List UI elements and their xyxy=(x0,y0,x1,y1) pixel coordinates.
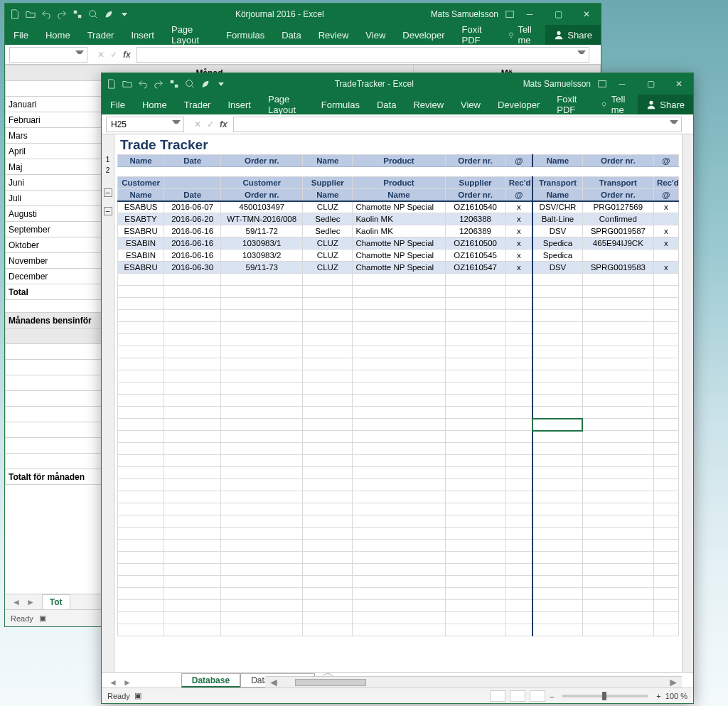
table-cell[interactable]: Chamotte NP Special xyxy=(353,201,445,213)
table-cell[interactable] xyxy=(653,250,678,262)
new-file-icon[interactable] xyxy=(9,9,21,20)
table-cell[interactable]: SPRG0019583 xyxy=(582,262,653,274)
table-cell[interactable]: SPRG0019587 xyxy=(582,225,653,237)
table-cell[interactable]: 2016-06-20 xyxy=(164,213,221,225)
table-cell[interactable]: ESABRU xyxy=(118,225,164,237)
table-cell[interactable]: 2016-06-16 xyxy=(164,237,221,250)
sheet-tab-database[interactable]: Database xyxy=(181,673,240,688)
pivot-icon[interactable] xyxy=(72,9,83,20)
table-cell[interactable]: x xyxy=(653,225,678,237)
view-pagebreak-button[interactable] xyxy=(530,690,545,702)
chevron-down-icon[interactable] xyxy=(172,120,181,129)
open-file-icon[interactable] xyxy=(122,78,133,90)
table-cell[interactable]: ESABUS xyxy=(118,201,164,213)
table-cell[interactable]: OZ1610547 xyxy=(445,262,505,274)
tab-formulas[interactable]: Formulas xyxy=(313,95,368,114)
undo-icon[interactable] xyxy=(137,78,149,90)
table-cell[interactable]: ESABRU xyxy=(118,262,164,274)
table-cell[interactable] xyxy=(653,213,678,225)
zoom-level[interactable]: 100 % xyxy=(665,692,687,700)
tab-developer[interactable]: Developer xyxy=(394,25,453,45)
table-row[interactable]: ESABTY2016-06-20WT-TMN-2016/008SedlecKao… xyxy=(118,213,679,225)
table-cell[interactable]: CLUZ xyxy=(303,262,353,274)
tab-formulas[interactable]: Formulas xyxy=(218,25,273,45)
minimize-button[interactable]: ─ xyxy=(608,73,636,95)
tab-file[interactable]: File xyxy=(102,95,134,114)
selected-cell[interactable] xyxy=(532,419,582,431)
tab-data[interactable]: Data xyxy=(273,25,309,45)
table-cell[interactable]: WT-TMN-2016/008 xyxy=(221,213,303,225)
redo-icon[interactable] xyxy=(56,9,68,20)
minimize-button[interactable]: ─ xyxy=(515,4,544,25)
macro-rec-icon[interactable]: ▣ xyxy=(134,691,141,700)
table-cell[interactable]: 465E94IJ9CK xyxy=(582,237,653,250)
view-pagelayout-button[interactable] xyxy=(510,690,525,702)
open-file-icon[interactable] xyxy=(25,9,36,20)
undo-icon[interactable] xyxy=(41,9,52,20)
macro-rec-icon[interactable]: ▣ xyxy=(39,614,46,623)
tab-view[interactable]: View xyxy=(357,25,394,45)
chevron-down-icon[interactable] xyxy=(577,50,586,59)
tellme-search[interactable]: Tell me xyxy=(500,25,546,45)
tab-home[interactable]: Home xyxy=(37,25,79,45)
table-cell[interactable]: Kaolin MK xyxy=(353,225,445,237)
table-cell[interactable]: x xyxy=(505,225,532,237)
sheet-nav-next[interactable]: ► xyxy=(123,678,132,688)
table-cell[interactable]: OZ1610500 xyxy=(445,237,505,250)
tab-review[interactable]: Review xyxy=(310,25,358,45)
tab-view[interactable]: View xyxy=(452,95,489,114)
table-cell[interactable]: CLUZ xyxy=(303,201,353,213)
table-cell[interactable]: OZ1610545 xyxy=(445,250,505,262)
table-cell[interactable]: Balt-Line xyxy=(532,213,582,225)
table-cell[interactable]: DSV xyxy=(532,262,582,274)
table-cell[interactable]: Chamotte NP Special xyxy=(353,250,445,262)
horizontal-scrollbar[interactable]: ◄ ► xyxy=(265,676,682,688)
outline-collapse-icon[interactable]: – xyxy=(104,207,112,215)
table-cell[interactable]: PRG0127569 xyxy=(582,201,653,213)
sheet-nav-prev[interactable]: ◄ xyxy=(109,678,117,688)
qat-dropdown-icon[interactable] xyxy=(215,78,227,90)
table-cell[interactable]: 2016-06-16 xyxy=(164,250,221,262)
close-button[interactable]: ✕ xyxy=(572,4,601,25)
table-cell[interactable]: Confirmed xyxy=(582,213,653,225)
table-cell[interactable]: OZ1610540 xyxy=(445,201,505,213)
cancel-fx-icon[interactable]: ✕ xyxy=(97,50,105,60)
formula-input[interactable] xyxy=(233,117,682,132)
table-cell[interactable]: Kaolin MK xyxy=(353,213,445,225)
table-cell[interactable]: 1206388 xyxy=(445,213,505,225)
table-cell[interactable]: 59/11-73 xyxy=(221,262,303,274)
table-cell[interactable]: x xyxy=(653,237,678,250)
table-cell[interactable]: Spedica xyxy=(532,237,582,250)
close-button[interactable]: ✕ xyxy=(665,73,693,95)
sheet-nav-next[interactable]: ► xyxy=(26,597,35,607)
sheet-nav-prev[interactable]: ◄ xyxy=(12,597,21,607)
table-cell[interactable]: x xyxy=(505,237,532,250)
maximize-button[interactable]: ▢ xyxy=(544,4,572,25)
chevron-down-icon[interactable] xyxy=(75,50,84,59)
table-cell[interactable]: x xyxy=(653,201,678,213)
table-row[interactable]: ESABRU2016-06-3059/11-73CLUZChamotte NP … xyxy=(118,262,679,274)
qat-dropdown-icon[interactable] xyxy=(119,9,130,20)
table-row[interactable]: ESABIN2016-06-161030983/1CLUZChamotte NP… xyxy=(118,237,679,250)
table-cell[interactable]: ESABIN xyxy=(118,237,164,250)
table-cell[interactable]: 59/11-72 xyxy=(221,225,303,237)
table-cell[interactable]: DSV/CHR xyxy=(532,201,582,213)
table-cell[interactable]: ESABIN xyxy=(118,250,164,262)
new-file-icon[interactable] xyxy=(106,78,117,90)
table-row[interactable]: ESABUS2016-06-074500103497CLUZChamotte N… xyxy=(118,201,679,213)
ribbon-opts-icon[interactable] xyxy=(504,9,515,20)
tradetracker-table[interactable]: Name Date Order nr. Name Product Order n… xyxy=(117,154,679,636)
table-cell[interactable]: DSV xyxy=(532,225,582,237)
leaf-icon[interactable] xyxy=(103,9,114,20)
table-cell[interactable]: 1030983/2 xyxy=(221,250,303,262)
table-cell[interactable]: x xyxy=(505,262,532,274)
tab-home[interactable]: Home xyxy=(134,95,176,114)
tellme-search[interactable]: Tell me xyxy=(594,95,638,114)
table-row[interactable]: ESABRU2016-06-1659/11-72SedlecKaolin MK1… xyxy=(118,225,679,237)
preview-icon[interactable] xyxy=(87,9,99,20)
cancel-fx-icon[interactable]: ✕ xyxy=(194,119,201,129)
tab-foxit[interactable]: Foxit PDF xyxy=(548,95,594,114)
fx-icon[interactable]: fx xyxy=(123,50,131,60)
tab-file[interactable]: File xyxy=(5,25,37,45)
view-normal-button[interactable] xyxy=(490,690,505,702)
